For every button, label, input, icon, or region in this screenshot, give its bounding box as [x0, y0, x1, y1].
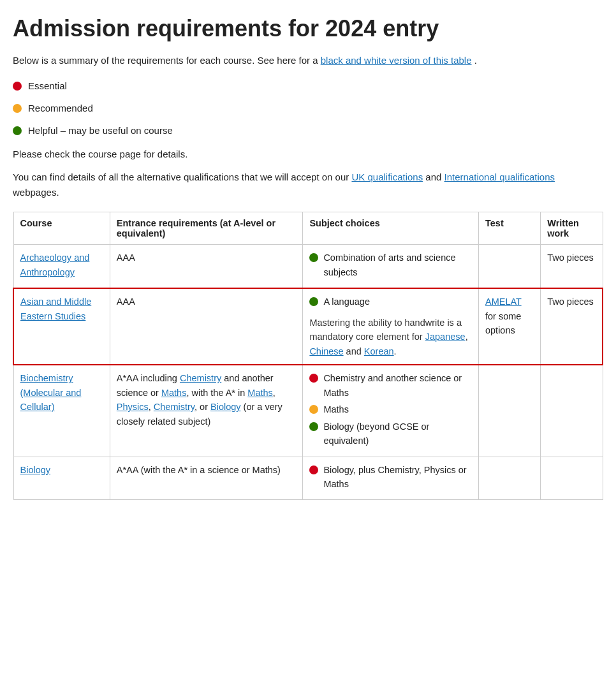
legend-essential: Essential: [13, 77, 603, 94]
yellow-dot-icon: [13, 104, 22, 113]
subject-cell: Combination of arts and science subjects: [303, 245, 479, 288]
entrance-cell: AAA: [110, 288, 303, 365]
yellow-dot-icon: [309, 405, 318, 414]
subject-text: Biology (beyond GCSE or equivalent): [323, 420, 472, 448]
physics-link[interactable]: Physics: [117, 402, 149, 412]
subject-cell: Chemistry and another science or Maths M…: [303, 365, 479, 457]
written-cell: Two pieces: [541, 288, 603, 365]
course-link-biochemistry[interactable]: Biochemistry (Molecular and Cellular): [20, 373, 82, 412]
subject-text: Combination of arts and science subjects: [323, 251, 472, 279]
legend-recommended-label: Recommended: [28, 99, 93, 117]
qual-and: and: [425, 172, 444, 182]
test-cell: [478, 245, 540, 288]
col-header-written: Written work: [541, 212, 603, 245]
green-dot-icon: [309, 422, 318, 431]
intro-text-start: Below is a summary of the requirements f…: [13, 55, 318, 66]
legend-helpful-label: Helpful – may be useful on course: [28, 122, 173, 139]
red-dot-icon: [13, 82, 22, 91]
amelat-link[interactable]: AMELAT: [485, 297, 522, 307]
chemistry-link[interactable]: Chemistry: [180, 373, 221, 383]
entrance-cell: AAA: [110, 245, 303, 288]
maths-link[interactable]: Maths: [161, 388, 187, 398]
chinese-link[interactable]: Chinese: [309, 346, 343, 356]
test-cell: AMELAT for some options: [478, 288, 540, 365]
subject-item: Combination of arts and science subjects: [309, 251, 472, 279]
course-cell: Biology: [13, 457, 110, 500]
entrance-cell: A*AA (with the A* in a science or Maths): [110, 457, 303, 500]
col-header-subject: Subject choices: [303, 212, 479, 245]
japanese-link[interactable]: Japanese: [425, 332, 466, 342]
table-header-row: Course Entrance requirements (at A-level…: [13, 212, 603, 245]
chemistry-link2[interactable]: Chemistry: [154, 402, 194, 412]
table-row: Biology A*AA (with the A* in a science o…: [13, 457, 603, 500]
subject-item: A language: [309, 295, 472, 309]
biology-link[interactable]: Biology: [210, 402, 241, 412]
subject-text: Chemistry and another science or Maths: [323, 371, 472, 400]
col-header-entrance: Entrance requirements (at A-level or equ…: [110, 212, 303, 245]
subject-item: Biology (beyond GCSE or equivalent): [309, 420, 472, 448]
green-dot-icon: [13, 126, 22, 135]
subject-note: Mastering the ability to handwrite is a …: [309, 316, 472, 358]
entrance-cell: A*AA including Chemistry and another sci…: [110, 365, 303, 457]
legend-recommended: Recommended: [13, 99, 603, 117]
qual-text-start: You can find details of all the alternat…: [13, 172, 349, 182]
subject-text: A language: [323, 295, 370, 309]
qualifications-paragraph: You can find details of all the alternat…: [13, 170, 603, 200]
written-cell: [541, 365, 603, 457]
uk-qualifications-link[interactable]: UK qualifications: [351, 172, 423, 182]
intro-paragraph: Below is a summary of the requirements f…: [13, 53, 603, 68]
course-cell: Asian and Middle Eastern Studies: [13, 288, 110, 365]
intro-text-end: .: [474, 55, 477, 66]
page-title: Admission requirements for 2024 entry: [13, 15, 603, 41]
table-row: Biochemistry (Molecular and Cellular) A*…: [13, 365, 603, 457]
requirements-table: Course Entrance requirements (at A-level…: [13, 212, 603, 500]
course-cell: Archaeology and Anthropology: [13, 245, 110, 288]
subject-cell: A language Mastering the ability to hand…: [303, 288, 479, 365]
legend-helpful: Helpful – may be useful on course: [13, 122, 603, 139]
test-cell: [478, 457, 540, 500]
red-dot-icon: [309, 465, 318, 474]
korean-link[interactable]: Korean: [364, 346, 394, 356]
qual-text-end: webpages.: [13, 187, 59, 198]
green-dot-icon: [309, 297, 318, 306]
test-cell: [478, 365, 540, 457]
red-dot-icon: [309, 374, 318, 383]
course-link-archaeology[interactable]: Archaeology and Anthropology: [20, 253, 90, 277]
maths-link2[interactable]: Maths: [247, 388, 273, 398]
bw-version-link[interactable]: black and white version of this table: [321, 55, 472, 66]
course-link-biology[interactable]: Biology: [20, 465, 51, 475]
subject-cell: Biology, plus Chemistry, Physics or Math…: [303, 457, 479, 500]
subject-text: Maths: [323, 402, 349, 416]
col-header-course: Course: [13, 212, 110, 245]
course-page-note: Please check the course page for details…: [13, 147, 603, 162]
subject-item: Biology, plus Chemistry, Physics or Math…: [309, 463, 472, 492]
subject-item: Maths: [309, 402, 472, 416]
course-link-asian[interactable]: Asian and Middle Eastern Studies: [20, 297, 91, 321]
subject-item: Chemistry and another science or Maths: [309, 371, 472, 400]
table-row-highlighted: Asian and Middle Eastern Studies AAA A l…: [13, 288, 603, 365]
table-row: Archaeology and Anthropology AAA Combina…: [13, 245, 603, 288]
course-cell: Biochemistry (Molecular and Cellular): [13, 365, 110, 457]
green-dot-icon: [309, 253, 318, 262]
written-cell: Two pieces: [541, 245, 603, 288]
col-header-test: Test: [478, 212, 540, 245]
subject-text: Biology, plus Chemistry, Physics or Math…: [323, 463, 472, 492]
legend-essential-label: Essential: [28, 77, 67, 94]
written-cell: [541, 457, 603, 500]
international-qualifications-link[interactable]: International qualifications: [444, 172, 555, 182]
